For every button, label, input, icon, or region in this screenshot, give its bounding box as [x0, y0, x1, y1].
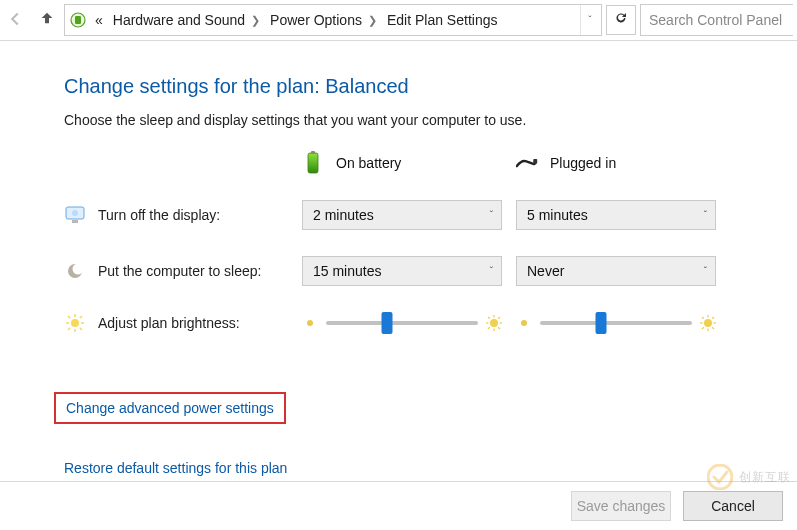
search-placeholder: Search Control Panel — [649, 12, 782, 28]
column-header-battery: On battery — [302, 152, 502, 174]
up-level-button[interactable] — [32, 4, 62, 36]
sun-icon — [64, 312, 86, 334]
plug-icon — [516, 152, 538, 174]
display-timeout-plugged-dropdown[interactable]: 5 minutes ˇ — [516, 200, 716, 230]
brightness-high-icon — [486, 315, 502, 331]
breadcrumb-ellipsis[interactable]: « — [91, 12, 107, 28]
window-header: « Hardware and Sound ❯ Power Options ❯ E… — [0, 0, 797, 41]
svg-rect-2 — [308, 153, 318, 173]
svg-point-20 — [490, 319, 498, 327]
row-label-brightness: Adjust plan brightness: — [64, 312, 288, 334]
brightness-high-icon — [700, 315, 716, 331]
brightness-low-icon — [516, 315, 532, 331]
sleep-timeout-plugged-dropdown[interactable]: Never ˇ — [516, 256, 716, 286]
chevron-down-icon: ˇ — [490, 266, 493, 277]
svg-line-27 — [498, 317, 500, 319]
chevron-right-icon: ❯ — [251, 14, 260, 27]
breadcrumb-item[interactable]: Edit Plan Settings — [383, 12, 502, 28]
svg-line-28 — [488, 327, 490, 329]
restore-defaults-link[interactable]: Restore default settings for this plan — [64, 460, 287, 476]
brightness-battery-slider[interactable] — [302, 315, 502, 331]
slider-track[interactable] — [540, 321, 692, 325]
row-label-display: Turn off the display: — [64, 204, 288, 226]
settings-grid: On battery Plugged in Turn off the displ… — [64, 152, 767, 334]
svg-point-29 — [521, 320, 527, 326]
change-advanced-link[interactable]: Change advanced power settings — [54, 392, 286, 424]
address-bar[interactable]: « Hardware and Sound ❯ Power Options ❯ E… — [64, 4, 602, 36]
chevron-down-icon: ˇ — [704, 210, 707, 221]
svg-line-18 — [68, 328, 70, 330]
svg-line-35 — [702, 317, 704, 319]
svg-line-37 — [712, 317, 714, 319]
slider-thumb[interactable] — [595, 312, 606, 334]
power-options-icon — [67, 9, 89, 31]
chevron-left-icon — [8, 10, 22, 31]
svg-line-17 — [80, 316, 82, 318]
row-label-sleep: Put the computer to sleep: — [64, 260, 288, 282]
svg-line-38 — [702, 327, 704, 329]
svg-line-16 — [80, 328, 82, 330]
slider-track[interactable] — [326, 321, 478, 325]
page-subtitle: Choose the sleep and display settings th… — [64, 112, 767, 128]
slider-thumb[interactable] — [381, 312, 392, 334]
column-header-plugged: Plugged in — [516, 152, 716, 174]
moon-icon — [64, 260, 86, 282]
links-section: Change advanced power settings Restore d… — [64, 392, 767, 483]
chevron-down-icon: ˇ — [588, 15, 591, 26]
svg-rect-1 — [75, 16, 81, 24]
save-changes-button[interactable]: Save changes — [571, 491, 671, 521]
battery-icon — [302, 152, 324, 174]
svg-line-36 — [712, 327, 714, 329]
monitor-icon — [64, 204, 86, 226]
brightness-plugged-slider[interactable] — [516, 315, 716, 331]
refresh-button[interactable] — [606, 5, 636, 35]
svg-line-15 — [68, 316, 70, 318]
chevron-down-icon: ˇ — [490, 210, 493, 221]
arrow-up-icon — [39, 10, 55, 31]
svg-point-6 — [72, 210, 78, 216]
svg-point-10 — [71, 319, 79, 327]
refresh-icon — [614, 11, 628, 29]
display-timeout-battery-dropdown[interactable]: 2 minutes ˇ — [302, 200, 502, 230]
svg-point-19 — [307, 320, 313, 326]
cancel-button[interactable]: Cancel — [683, 491, 783, 521]
address-dropdown-button[interactable]: ˇ — [580, 5, 599, 35]
breadcrumb-item[interactable]: Power Options ❯ — [266, 12, 381, 28]
chevron-right-icon: ❯ — [368, 14, 377, 27]
sleep-timeout-battery-dropdown[interactable]: 15 minutes ˇ — [302, 256, 502, 286]
svg-point-9 — [73, 264, 84, 275]
history-back-button[interactable] — [0, 4, 30, 36]
svg-line-26 — [498, 327, 500, 329]
page-title: Change settings for the plan: Balanced — [64, 75, 767, 98]
svg-rect-4 — [533, 159, 537, 164]
breadcrumb-item[interactable]: Hardware and Sound ❯ — [109, 12, 264, 28]
content-panel: Change settings for the plan: Balanced C… — [0, 41, 797, 483]
brightness-low-icon — [302, 315, 318, 331]
chevron-down-icon: ˇ — [704, 266, 707, 277]
svg-rect-3 — [311, 151, 315, 154]
footer-bar: Save changes Cancel — [0, 481, 797, 530]
search-input[interactable]: Search Control Panel — [640, 4, 793, 36]
svg-line-25 — [488, 317, 490, 319]
svg-rect-7 — [72, 220, 78, 223]
svg-point-30 — [704, 319, 712, 327]
